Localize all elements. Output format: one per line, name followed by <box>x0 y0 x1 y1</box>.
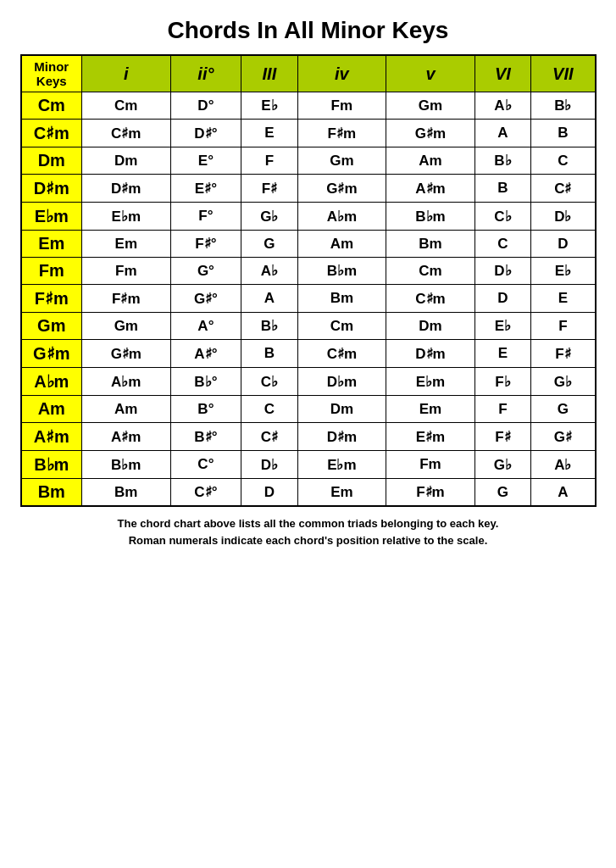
chord-cell: E♭ <box>474 313 530 340</box>
chord-cell: E♭m <box>386 368 475 396</box>
chord-cell: D♯m <box>386 340 475 368</box>
chord-cell: F♯ <box>474 423 530 451</box>
chord-cell: C♯m <box>386 285 475 313</box>
page-title: Chords In All Minor Keys <box>20 17 597 44</box>
table-row: A♯mA♯mB♯°C♯D♯mE♯mF♯G♯ <box>21 423 596 451</box>
chord-cell: A♯m <box>82 423 171 451</box>
chord-cell: E <box>474 340 530 368</box>
chord-cell: E♯° <box>170 175 241 203</box>
chord-cell: Fm <box>297 92 386 120</box>
chord-cell: G♭ <box>531 368 596 396</box>
chord-cell: A♭m <box>297 203 386 231</box>
chord-cell: E♭ <box>241 92 297 120</box>
chord-cell: Dm <box>386 313 475 340</box>
chord-cell: E♭ <box>531 258 596 285</box>
chord-cell: B♭m <box>82 451 171 479</box>
chord-cell: B♯° <box>170 423 241 451</box>
chord-cell: C <box>474 231 530 258</box>
chord-cell: C♯m <box>297 340 386 368</box>
chord-cell: G♯m <box>82 340 171 368</box>
chord-cell: B♭° <box>170 368 241 396</box>
chord-cell: C° <box>170 451 241 479</box>
chord-cell: Bm <box>82 479 171 507</box>
chord-cell: F♯ <box>241 175 297 203</box>
key-cell: B♭m <box>21 451 82 479</box>
chord-cell: A♭ <box>241 258 297 285</box>
chord-cell: E <box>241 120 297 147</box>
table-row: EmEmF♯°GAmBmCD <box>21 231 596 258</box>
header-minor-keys: Minor Keys <box>21 55 82 92</box>
chord-cell: F♯ <box>531 340 596 368</box>
chord-cell: E♭m <box>82 203 171 231</box>
key-cell: F♯m <box>21 285 82 313</box>
chord-cell: G <box>474 479 530 507</box>
chord-cell: Fm <box>386 451 475 479</box>
chord-cell: C <box>241 396 297 423</box>
chord-cell: Am <box>82 396 171 423</box>
chord-cell: B <box>474 175 530 203</box>
chord-cell: F♯m <box>82 285 171 313</box>
chord-cell: G° <box>170 258 241 285</box>
chord-cell: D♭ <box>474 258 530 285</box>
chord-cell: B° <box>170 396 241 423</box>
chord-cell: A <box>474 120 530 147</box>
table-row: B♭mB♭mC°D♭E♭mFmG♭A♭ <box>21 451 596 479</box>
chord-cell: D♭ <box>531 203 596 231</box>
chord-cell: D♭m <box>297 368 386 396</box>
chord-cell: Gm <box>386 92 475 120</box>
header-col-iii: III <box>241 55 297 92</box>
table-row: AmAmB°CDmEmFG <box>21 396 596 423</box>
chord-cell: G♭ <box>241 203 297 231</box>
chord-cell: B♭ <box>474 147 530 175</box>
key-cell: Em <box>21 231 82 258</box>
chord-cell: G♯m <box>386 120 475 147</box>
chord-cell: C♭ <box>241 368 297 396</box>
table-row: CmCmD°E♭FmGmA♭B♭ <box>21 92 596 120</box>
chord-cell: F♯m <box>386 479 475 507</box>
table-row: F♯mF♯mG♯°ABmC♯mDE <box>21 285 596 313</box>
footer-line1: The chord chart above lists all the comm… <box>20 515 597 532</box>
chord-cell: F <box>531 313 596 340</box>
chord-cell: D <box>531 231 596 258</box>
table-row: A♭mA♭mB♭°C♭D♭mE♭mF♭G♭ <box>21 368 596 396</box>
chord-cell: A <box>531 479 596 507</box>
chord-cell: F <box>241 147 297 175</box>
key-cell: Bm <box>21 479 82 507</box>
chord-cell: Dm <box>297 396 386 423</box>
chord-table: Minor Keys i ii° III iv v VI VII CmCmD°E… <box>20 54 597 507</box>
chord-cell: G♭ <box>474 451 530 479</box>
key-cell: D♯m <box>21 175 82 203</box>
chord-cell: C♯° <box>170 479 241 507</box>
chord-cell: B <box>241 340 297 368</box>
chord-cell: D <box>241 479 297 507</box>
chord-cell: Em <box>386 396 475 423</box>
chord-cell: D <box>474 285 530 313</box>
key-cell: A♭m <box>21 368 82 396</box>
chord-cell: B <box>531 120 596 147</box>
key-cell: E♭m <box>21 203 82 231</box>
chord-cell: A♭m <box>82 368 171 396</box>
footer-line2: Roman numerals indicate each chord's pos… <box>20 532 597 549</box>
table-row: BmBmC♯°DEmF♯mGA <box>21 479 596 507</box>
chord-cell: Gm <box>297 147 386 175</box>
chord-cell: A♭ <box>474 92 530 120</box>
chord-cell: E♭m <box>297 451 386 479</box>
chord-cell: A° <box>170 313 241 340</box>
chord-cell: E° <box>170 147 241 175</box>
chord-cell: Am <box>297 231 386 258</box>
chord-cell: E♯m <box>386 423 475 451</box>
header-col-iv: iv <box>297 55 386 92</box>
chord-cell: Em <box>297 479 386 507</box>
chord-cell: A <box>241 285 297 313</box>
chord-cell: G♯m <box>297 175 386 203</box>
chord-cell: Fm <box>82 258 171 285</box>
chord-cell: Gm <box>82 313 171 340</box>
chord-cell: Em <box>82 231 171 258</box>
chord-cell: B♭m <box>297 258 386 285</box>
key-cell: Gm <box>21 313 82 340</box>
key-cell: G♯m <box>21 340 82 368</box>
chord-cell: F♭ <box>474 368 530 396</box>
chord-cell: B♭ <box>241 313 297 340</box>
chord-cell: B♭m <box>386 203 475 231</box>
chord-cell: F <box>474 396 530 423</box>
